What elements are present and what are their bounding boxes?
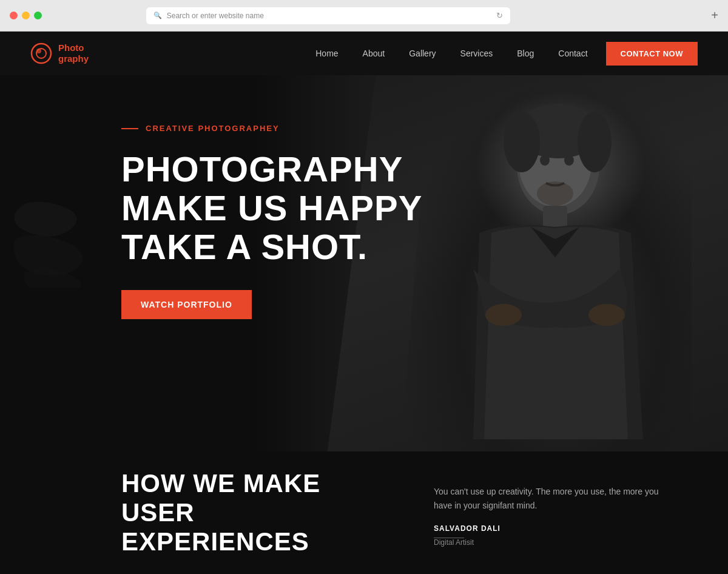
bottom-left: HOW WE MAKE USER EXPERIENCES [121, 469, 385, 557]
refresh-icon[interactable]: ↻ [496, 11, 503, 20]
nav-services[interactable]: Services [460, 49, 493, 58]
address-text: Search or enter website name [167, 12, 491, 20]
hero-title-line2: MAKE US HAPPY [121, 188, 422, 228]
svg-point-10 [578, 112, 612, 172]
hero-title: PHOTOGRAPHY MAKE US HAPPY TAKE A SHOT. [121, 150, 422, 266]
hero-subtitle: CREATIVE PHOTOGRAPHEY [121, 124, 422, 133]
nav-links: Home About Gallery Services Blog Contact [315, 49, 587, 58]
hero-content: CREATIVE PHOTOGRAPHEY PHOTOGRAPHY MAKE U… [121, 124, 422, 319]
fullscreen-button[interactable] [34, 12, 42, 19]
traffic-lights [10, 12, 42, 19]
author-info: SALVADOR DALI Digital Artisit [434, 524, 500, 547]
nav-gallery[interactable]: Gallery [409, 49, 436, 58]
address-bar[interactable]: 🔍 Search or enter website name ↻ [146, 7, 510, 24]
nav-contact[interactable]: Contact [558, 49, 587, 58]
bottom-right: You can't use up creativity. The more yo… [434, 479, 698, 547]
minimize-button[interactable] [22, 12, 30, 19]
svg-point-0 [32, 44, 51, 63]
hero-person-image [400, 87, 692, 451]
svg-point-2 [36, 49, 41, 53]
subtitle-text: CREATIVE PHOTOGRAPHEY [146, 124, 280, 133]
logo-text: Photo graphy [58, 42, 89, 64]
contact-now-button[interactable]: CONTACT NOW [606, 42, 698, 66]
logo-icon [30, 42, 52, 64]
author-role: Digital Artisit [434, 538, 500, 547]
watch-portfolio-button[interactable]: WATCH PORTFOLIO [121, 290, 252, 319]
close-button[interactable] [10, 12, 18, 19]
nav-home[interactable]: Home [315, 49, 338, 58]
author-section: SALVADOR DALI Digital Artisit [434, 524, 698, 547]
svg-point-13 [537, 181, 573, 206]
nav-blog[interactable]: Blog [517, 49, 534, 58]
bottom-section: HOW WE MAKE USER EXPERIENCES You can't u… [0, 451, 728, 574]
svg-point-9 [504, 112, 540, 172]
search-icon: 🔍 [153, 12, 162, 19]
new-tab-button[interactable]: + [711, 8, 718, 22]
bottom-heading-line1: HOW WE MAKE [121, 469, 320, 498]
logo[interactable]: Photo graphy [30, 42, 89, 64]
svg-point-6 [485, 304, 522, 326]
bottom-heading: HOW WE MAKE USER EXPERIENCES [121, 469, 385, 557]
subtitle-line [121, 128, 138, 129]
svg-point-12 [564, 155, 574, 166]
hero-title-line1: PHOTOGRAPHY [121, 149, 403, 189]
website-content: Photo graphy Home About Gallery Services… [0, 32, 728, 574]
svg-point-7 [588, 304, 625, 326]
navbar: Photo graphy Home About Gallery Services… [0, 32, 728, 75]
nav-about[interactable]: About [363, 49, 385, 58]
hero-title-line3: TAKE A SHOT. [121, 227, 368, 266]
svg-point-11 [540, 155, 550, 166]
author-name: SALVADOR DALI [434, 524, 500, 533]
browser-chrome: 🔍 Search or enter website name ↻ + [0, 0, 728, 32]
brush-stroke-decoration [12, 184, 91, 288]
bottom-heading-line2: USER EXPERIENCES [121, 498, 309, 556]
quote-text: You can't use up creativity. The more yo… [434, 485, 664, 512]
hero-section: CREATIVE PHOTOGRAPHEY PHOTOGRAPHY MAKE U… [0, 75, 728, 451]
